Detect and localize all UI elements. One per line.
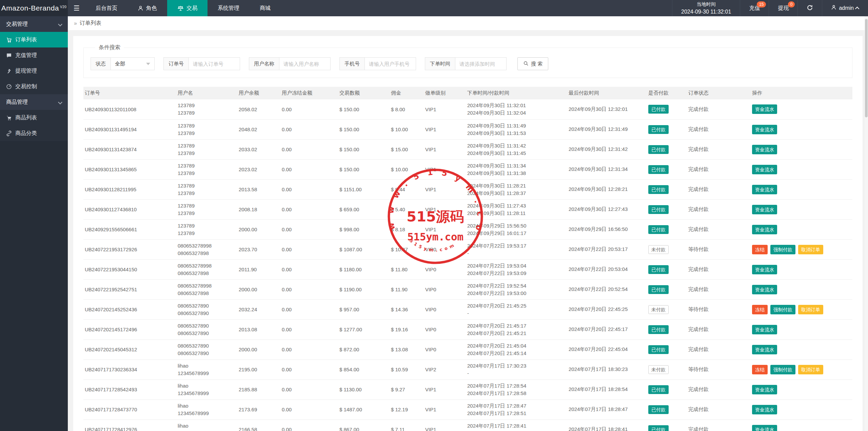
username-line: 080653278998 <box>178 282 235 290</box>
local-time: 当地时间 2024-09-30 11:32:01 <box>672 0 740 16</box>
cancel-order-button[interactable]: 取消订单 <box>798 245 823 254</box>
order-time-input[interactable] <box>455 58 506 70</box>
username-cell: lihao 12345678999 <box>176 399 237 419</box>
sidebar-group-goods[interactable]: 商品管理 <box>0 94 68 110</box>
order-time-cell: 2024年07月17日 17:28:47 2024年07月17日 17:28:5… <box>466 399 567 419</box>
sidebar-item-order-list[interactable]: 订单列表 <box>0 32 68 47</box>
sidebar-toggle-button[interactable]: ☰ <box>68 0 85 16</box>
fund-flow-button[interactable]: 资金流水 <box>752 205 777 214</box>
status-select[interactable]: 全部 <box>111 58 154 70</box>
order-time-cell: 2024年09月30日 11:28:21 2024年09月30日 11:28:3… <box>466 179 567 199</box>
sidebar-item-goods-category[interactable]: 商品分类 <box>0 125 68 141</box>
nav-item-mall[interactable]: 商城 <box>250 0 281 16</box>
fund-flow-button[interactable]: 资金流水 <box>752 325 777 334</box>
phone-input[interactable] <box>365 58 416 70</box>
user-phone-line: 12345678999 <box>178 390 235 397</box>
refresh-button[interactable] <box>797 0 822 16</box>
hamburger-icon: ☰ <box>74 5 80 12</box>
table-row: UB2407171728412976 lihao 12345678999 216… <box>83 419 852 431</box>
balance-cell: 2011.90 <box>237 259 280 279</box>
nav-item-trade[interactable]: 交易 <box>167 0 208 16</box>
search-icon <box>523 61 529 67</box>
fund-flow-button[interactable]: 资金流水 <box>752 185 777 194</box>
actions-cell: 资金流水 <box>751 419 852 431</box>
fund-flow-button[interactable]: 资金流水 <box>752 145 777 154</box>
cancel-order-button[interactable]: 取消订单 <box>798 365 823 374</box>
username-input[interactable] <box>279 58 330 70</box>
freeze-button[interactable]: 冻结 <box>752 365 768 374</box>
sidebar-group-label: 商品管理 <box>6 99 28 106</box>
amount-cell: $ 150.00 <box>338 159 390 179</box>
force-pay-button[interactable]: 强制付款 <box>770 305 795 314</box>
pay-time-line: 2024年09月30日 11:31:38 <box>467 170 565 177</box>
username-cell: 123789 123789 <box>176 99 237 119</box>
fund-flow-button[interactable]: 资金流水 <box>752 405 777 414</box>
username-cell: 080653278998 08065327898 <box>176 279 237 299</box>
username-filter-label: 用户名称 <box>249 58 279 70</box>
pay-time-line: - <box>467 250 565 257</box>
pay-status-cell: 已付款 <box>647 399 687 419</box>
recharge-shortcut[interactable]: 充值 15 <box>740 0 769 16</box>
vip-level-cell: VIP1 <box>424 379 466 399</box>
vertical-scrollbar[interactable] <box>865 16 868 431</box>
amount-cell: $ 1087.00 <box>338 239 390 259</box>
chevron-down-icon <box>58 22 62 26</box>
fund-flow-button[interactable]: 资金流水 <box>752 285 777 294</box>
table-row: UB2407221952542751 080653278998 08065327… <box>83 279 852 299</box>
fund-flow-button[interactable]: 资金流水 <box>752 125 777 134</box>
amount-cell: $ 150.00 <box>338 99 390 119</box>
fund-flow-button[interactable]: 资金流水 <box>752 345 777 354</box>
balance-cell: 2023.02 <box>237 159 280 179</box>
order-time-cell: 2024年07月22日 19:53:04 2024年07月22日 19:53:0… <box>466 259 567 279</box>
nav-item-roles[interactable]: 角色 <box>127 0 167 16</box>
username-line: lihao <box>178 402 235 410</box>
pay-status-cell: 已付款 <box>647 159 687 179</box>
actions-cell: 资金流水 <box>751 99 852 119</box>
app-logo-version: V20 <box>60 5 66 9</box>
order-time-cell: 2024年07月20日 21:45:04 2024年07月20日 21:45:1… <box>466 339 567 359</box>
balance-cell: 2048.02 <box>237 119 280 139</box>
sidebar-item-label: 充值管理 <box>15 52 37 59</box>
sidebar-item-goods-list[interactable]: 商品列表 <box>0 110 68 125</box>
order-status-cell: 完成付款 <box>687 399 751 419</box>
username-cell: 123789 123789 <box>176 179 237 199</box>
vip-level-cell: VIP1 <box>424 199 466 219</box>
account-menu[interactable]: admin <box>822 0 868 16</box>
frozen-cell: 0.00 <box>280 179 338 199</box>
freeze-button[interactable]: 冻结 <box>752 245 768 254</box>
vip-level-cell: VIP0 <box>424 319 466 339</box>
frozen-cell: 0.00 <box>280 99 338 119</box>
force-pay-button[interactable]: 强制付款 <box>770 365 795 374</box>
cancel-order-button[interactable]: 取消订单 <box>798 305 823 314</box>
balance-cell: 2013.58 <box>237 179 280 199</box>
status-filter-label: 状态 <box>91 58 111 70</box>
pay-status-cell: 已付款 <box>647 319 687 339</box>
force-pay-button[interactable]: 强制付款 <box>770 245 795 254</box>
table-row: UB2409301132011008 123789 123789 2058.02… <box>83 99 852 119</box>
sidebar-group-trade[interactable]: 交易管理 <box>0 16 68 32</box>
sidebar-item-recharge[interactable]: 充值管理 <box>0 47 68 63</box>
fund-flow-button[interactable]: 资金流水 <box>752 225 777 234</box>
fund-flow-button[interactable]: 资金流水 <box>752 385 777 394</box>
search-button[interactable]: 搜 索 <box>517 57 548 70</box>
order-time-line: 2024年09月30日 11:32:01 <box>467 102 565 109</box>
freeze-button[interactable]: 冻结 <box>752 305 768 314</box>
fund-flow-button[interactable]: 资金流水 <box>752 165 777 174</box>
last-pay-time-cell: 2024年07月22日 20:52:54 <box>567 279 647 299</box>
order-status-cell: 完成付款 <box>687 179 751 199</box>
scrollbar-thumb[interactable] <box>865 19 868 117</box>
sidebar-item-withdraw[interactable]: 提现管理 <box>0 63 68 79</box>
fund-flow-button[interactable]: 资金流水 <box>752 104 777 114</box>
sidebar-group-label: 交易管理 <box>6 21 28 28</box>
withdraw-shortcut[interactable]: 提现 0 <box>769 0 797 16</box>
nav-item-system[interactable]: 系统管理 <box>208 0 250 16</box>
sidebar-item-trade-control[interactable]: 交易控制 <box>0 79 68 94</box>
fund-flow-button[interactable]: 资金流水 <box>752 265 777 274</box>
nav-item-home[interactable]: 后台首页 <box>85 0 127 16</box>
withdraw-link[interactable]: 提现 <box>778 5 789 12</box>
col-username: 用户名 <box>176 87 237 99</box>
username-line: 080653278998 <box>178 242 235 250</box>
order-no-input[interactable] <box>189 58 240 70</box>
balance-cell: 2058.02 <box>237 99 280 119</box>
fund-flow-button[interactable]: 资金流水 <box>752 425 777 431</box>
